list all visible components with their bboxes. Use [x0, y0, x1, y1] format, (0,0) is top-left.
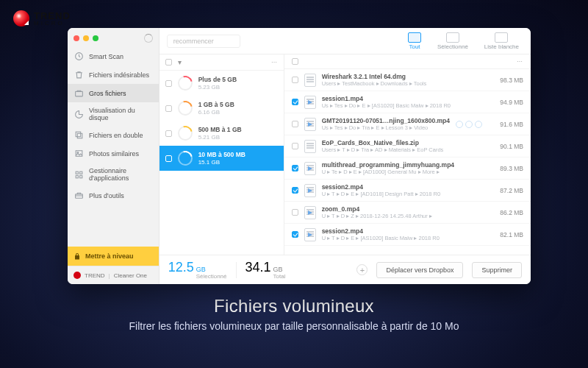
- file-checkbox[interactable]: [292, 99, 298, 105]
- size-buckets-panel: ▾ ⋯ Plus de 5 GB5.23 GB1 GB à 5 GB6.16 G…: [159, 54, 284, 255]
- toolbox-icon: [74, 191, 84, 200]
- hero-title: Fichiers volumineux: [0, 296, 588, 316]
- briefcase-icon: [74, 88, 84, 98]
- file-row[interactable]: session1.mp4Us ▸ Tes ▸ Do ▸ E ▸ [AS1020]…: [284, 91, 531, 113]
- zoom-icon[interactable]: [93, 35, 98, 41]
- tab-icon: [495, 32, 508, 43]
- total-size-stat: 34.1 GB Total: [245, 260, 286, 280]
- trend-micro-icon: [13, 10, 29, 26]
- file-action-icons[interactable]: [456, 121, 482, 128]
- grid-icon: [74, 170, 84, 180]
- bucket-checkbox[interactable]: [165, 130, 172, 137]
- sidebar-item-label: Fichiers en double: [89, 132, 143, 139]
- footer: 12.5 GB Sélectionné 34.1 GB Total + Dépl…: [159, 255, 531, 284]
- bucket-ring-icon: [178, 126, 193, 141]
- file-row[interactable]: GMT20191120-07051…njing_1600x800.mp4Us ▸…: [284, 113, 531, 135]
- minimize-icon[interactable]: [83, 35, 89, 41]
- tab-icon: [446, 32, 459, 43]
- size-bucket[interactable]: 1 GB à 5 GB6.16 GB: [159, 96, 284, 121]
- file-row[interactable]: session2.mp4U ▸ T ▸ D ▸ E ▸ [AS1020] Bas…: [284, 224, 531, 246]
- upgrade-button[interactable]: Mettre à niveau: [68, 247, 159, 266]
- sidebar: Smart ScanFichiers indésirablesGros fich…: [68, 28, 159, 284]
- file-size: 82.1 MB: [490, 231, 523, 238]
- bucket-checkbox[interactable]: [165, 105, 172, 112]
- file-name: zoom_0.mp4: [322, 205, 484, 213]
- size-bucket[interactable]: 500 MB à 1 GB5.21 GB: [159, 121, 284, 146]
- tab-label: Tout: [409, 43, 420, 50]
- file-path: U ▸ T ▸ D ▸ E ▸ [AS1020] Basic Malw ▸ 20…: [322, 235, 484, 241]
- trash-icon: [74, 70, 84, 79]
- sidebar-item-smart-scan[interactable]: Smart Scan: [68, 47, 159, 66]
- file-name: Wireshark 3.2.1 Intel 64.dmg: [322, 73, 484, 80]
- file-type-icon: [304, 162, 316, 175]
- file-size: 89.3 MB: [490, 165, 523, 172]
- files-panel: ⋯ Wireshark 3.2.1 Intel 64.dmgUsers ▸ Te…: [284, 54, 531, 255]
- file-size: 91.6 MB: [490, 121, 523, 128]
- files-menu-icon[interactable]: ⋯: [517, 58, 523, 65]
- sidebar-item-photos-similaires[interactable]: Photos similaires: [68, 144, 159, 163]
- sidebar-item-fichiers-en-double[interactable]: Fichiers en double: [68, 126, 159, 144]
- bucket-label: 10 MB à 500 MB: [198, 151, 245, 158]
- svg-rect-4: [76, 151, 82, 157]
- trend-dot-icon: [74, 272, 81, 279]
- file-checkbox[interactable]: [292, 231, 298, 238]
- progress-spinner-icon: [144, 34, 153, 43]
- file-row[interactable]: multithread_programming_jimmyhuang.mp4U …: [284, 158, 531, 180]
- move-to-dropbox-button[interactable]: Déplacer vers Dropbox: [376, 262, 463, 278]
- topbar: recommencer ToutSélectionnéListe blanche: [159, 28, 531, 54]
- sidebar-item-visualisation-du-disque[interactable]: Visualisation du disque: [68, 102, 159, 126]
- file-checkbox[interactable]: [292, 209, 298, 216]
- bucket-size: 5.23 GB: [198, 84, 220, 91]
- brand-bar: TREND | Cleaner One: [68, 266, 159, 284]
- file-path: U ▸ T ▸ D ▸ E ▸ [AD1018] Design Patt ▸ 2…: [322, 191, 484, 197]
- sidebar-item-gestionnaire-d-applications[interactable]: Gestionnaire d'applications: [68, 163, 159, 186]
- svg-rect-9: [80, 175, 82, 177]
- file-checkbox[interactable]: [292, 165, 298, 171]
- file-type-icon: [304, 228, 316, 241]
- file-name: session1.mp4: [322, 95, 484, 102]
- bucket-size: 5.21 GB: [198, 134, 220, 141]
- file-type-icon: [304, 96, 316, 109]
- file-row[interactable]: session2.mp4U ▸ T ▸ D ▸ E ▸ [AD1018] Des…: [284, 180, 531, 202]
- file-size: 87.2 MB: [490, 187, 523, 194]
- bucket-size: 15.1 GB: [198, 159, 220, 166]
- clock-icon: [74, 52, 84, 61]
- sidebar-item-fichiers-ind-sirables[interactable]: Fichiers indésirables: [68, 66, 159, 84]
- file-row[interactable]: zoom_0.mp4U ▸ T ▸ D ▸ Z ▸ 2018-12-26 14.…: [284, 202, 531, 224]
- close-icon[interactable]: [74, 35, 79, 41]
- files-select-all-checkbox[interactable]: [292, 58, 298, 65]
- file-size: 86.2 MB: [490, 209, 523, 216]
- bucket-checkbox[interactable]: [165, 80, 172, 87]
- sidebar-item-label: Gestionnaire d'applications: [89, 167, 152, 182]
- bucket-checkbox[interactable]: [165, 155, 172, 162]
- delete-button[interactable]: Supprimer: [472, 262, 522, 278]
- sidebar-item-plus-d-outils[interactable]: Plus d'outils: [68, 186, 159, 205]
- filter-tab-tout[interactable]: Tout: [404, 31, 426, 52]
- file-checkbox[interactable]: [292, 187, 298, 194]
- size-bucket[interactable]: Plus de 5 GB5.23 GB: [159, 71, 284, 96]
- search-input[interactable]: recommencer: [167, 35, 240, 48]
- file-path: Users ▸ TestMacbook ▸ Downloads ▸ Tools: [322, 80, 484, 87]
- filter-tab-s-lectionn-[interactable]: Sélectionné: [433, 31, 473, 52]
- add-destination-button[interactable]: +: [356, 264, 368, 275]
- file-checkbox[interactable]: [292, 143, 298, 149]
- file-checkbox[interactable]: [292, 121, 298, 127]
- file-row[interactable]: Wireshark 3.2.1 Intel 64.dmgUsers ▸ Test…: [284, 69, 531, 91]
- svg-rect-2: [77, 133, 82, 138]
- sidebar-item-label: Smart Scan: [89, 53, 123, 60]
- file-row[interactable]: EoP_Cards_Box_Native_files.zipUsers ▸ T …: [284, 135, 531, 158]
- bucket-ring-icon: [178, 151, 193, 166]
- lock-icon: [74, 252, 81, 260]
- filter-tab-liste-blanche[interactable]: Liste blanche: [480, 31, 523, 52]
- file-checkbox[interactable]: [292, 77, 298, 83]
- sidebar-item-label: Plus d'outils: [89, 192, 124, 199]
- svg-rect-6: [76, 171, 78, 174]
- bucket-label: 500 MB à 1 GB: [198, 126, 242, 133]
- sort-toggle[interactable]: ▾: [178, 58, 182, 66]
- sidebar-item-gros-fichiers[interactable]: Gros fichiers: [68, 84, 159, 102]
- select-all-checkbox[interactable]: [165, 59, 172, 66]
- upgrade-label: Mettre à niveau: [85, 252, 134, 260]
- buckets-menu-icon[interactable]: ⋯: [271, 59, 278, 66]
- size-bucket[interactable]: 10 MB à 500 MB15.1 GB: [159, 146, 284, 171]
- tab-label: Liste blanche: [484, 43, 519, 50]
